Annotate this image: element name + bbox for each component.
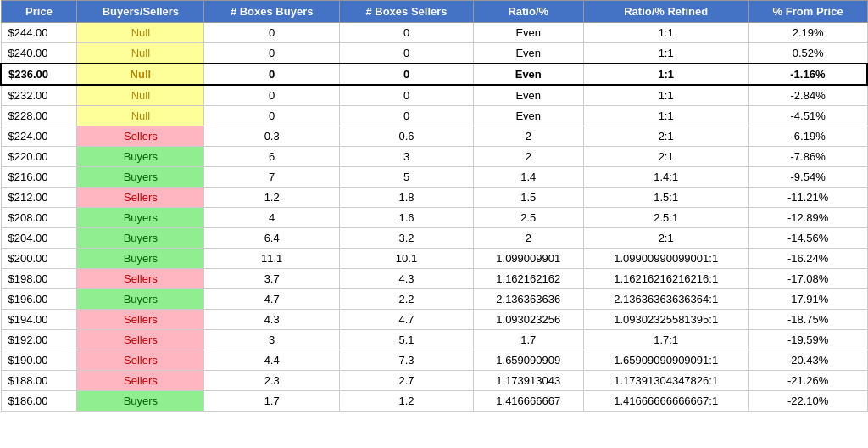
cell-ratio: 2 — [473, 147, 583, 167]
cell-box-sellers: 0 — [340, 106, 474, 126]
header-row: PriceBuyers/Sellers# Boxes Buyers# Boxes… — [1, 1, 867, 23]
cell-from-price: -12.89% — [748, 208, 867, 228]
cell-box-buyers: 4 — [204, 208, 340, 228]
cell-ratio: 1.659090909 — [473, 350, 583, 371]
cell-buyers-sellers: Sellers — [77, 310, 204, 330]
cell-price: $244.00 — [1, 23, 77, 43]
cell-from-price: -18.75% — [748, 310, 867, 330]
cell-ratio-refined: 1.4:1 — [583, 167, 748, 188]
cell-from-price: -4.51% — [748, 106, 867, 126]
main-container: PriceBuyers/Sellers# Boxes Buyers# Boxes… — [0, 0, 868, 412]
cell-box-sellers: 0 — [340, 64, 474, 85]
cell-from-price: -20.43% — [748, 350, 867, 371]
cell-ratio-refined: 1.7:1 — [583, 330, 748, 350]
cell-buyers-sellers: Buyers — [77, 228, 204, 249]
table-row: $194.00Sellers4.34.71.0930232561.0930232… — [1, 310, 867, 330]
cell-price: $232.00 — [1, 85, 77, 106]
cell-box-sellers: 4.3 — [340, 269, 474, 289]
cell-from-price: -11.21% — [748, 188, 867, 208]
col-header-6: % From Price — [748, 1, 867, 23]
col-header-4: Ratio/% — [473, 1, 583, 23]
cell-box-sellers: 2.7 — [340, 371, 474, 391]
col-header-2: # Boxes Buyers — [204, 1, 340, 23]
cell-price: $220.00 — [1, 147, 77, 167]
cell-box-buyers: 0 — [204, 106, 340, 126]
table-row: $236.00Null00Even1:1-1.16% — [1, 64, 867, 85]
cell-box-buyers: 0 — [204, 85, 340, 106]
cell-ratio: 1.5 — [473, 188, 583, 208]
cell-from-price: -2.84% — [748, 85, 867, 106]
table-row: $244.00Null00Even1:12.19% — [1, 23, 867, 43]
cell-ratio: 1.162162162 — [473, 269, 583, 289]
cell-ratio-refined: 1:1 — [583, 64, 748, 85]
cell-ratio-refined: 1.17391304347826:1 — [583, 371, 748, 391]
cell-from-price: -17.08% — [748, 269, 867, 289]
cell-ratio: 2 — [473, 228, 583, 249]
table-row: $208.00Buyers41.62.52.5:1-12.89% — [1, 208, 867, 228]
cell-buyers-sellers: Buyers — [77, 249, 204, 269]
cell-buyers-sellers: Buyers — [77, 289, 204, 310]
table-row: $186.00Buyers1.71.21.4166666671.41666666… — [1, 391, 867, 412]
cell-price: $188.00 — [1, 371, 77, 391]
cell-from-price: -17.91% — [748, 289, 867, 310]
cell-box-sellers: 7.3 — [340, 350, 474, 371]
cell-ratio-refined: 2.13636363636364:1 — [583, 289, 748, 310]
cell-box-sellers: 10.1 — [340, 249, 474, 269]
cell-ratio: 1.416666667 — [473, 391, 583, 412]
cell-box-buyers: 4.7 — [204, 289, 340, 310]
cell-box-sellers: 0 — [340, 43, 474, 64]
cell-box-buyers: 3 — [204, 330, 340, 350]
cell-price: $224.00 — [1, 126, 77, 147]
cell-box-buyers: 6.4 — [204, 228, 340, 249]
cell-price: $200.00 — [1, 249, 77, 269]
cell-price: $212.00 — [1, 188, 77, 208]
cell-ratio: 1.4 — [473, 167, 583, 188]
cell-buyers-sellers: Sellers — [77, 188, 204, 208]
cell-box-sellers: 4.7 — [340, 310, 474, 330]
cell-price: $204.00 — [1, 228, 77, 249]
cell-box-sellers: 2.2 — [340, 289, 474, 310]
cell-box-buyers: 0 — [204, 43, 340, 64]
cell-ratio-refined: 1.09302325581395:1 — [583, 310, 748, 330]
cell-from-price: -6.19% — [748, 126, 867, 147]
cell-buyers-sellers: Buyers — [77, 208, 204, 228]
cell-price: $236.00 — [1, 64, 77, 85]
cell-ratio: Even — [473, 64, 583, 85]
cell-ratio-refined: 1.41666666666667:1 — [583, 391, 748, 412]
table-row: $228.00Null00Even1:1-4.51% — [1, 106, 867, 126]
cell-ratio: Even — [473, 85, 583, 106]
table-row: $224.00Sellers0.30.622:1-6.19% — [1, 126, 867, 147]
cell-from-price: -14.56% — [748, 228, 867, 249]
table-row: $204.00Buyers6.43.222:1-14.56% — [1, 228, 867, 249]
col-header-0: Price — [1, 1, 77, 23]
cell-buyers-sellers: Null — [77, 106, 204, 126]
cell-ratio-refined: 2:1 — [583, 228, 748, 249]
cell-ratio-refined: 1.16216216216216:1 — [583, 269, 748, 289]
cell-ratio: Even — [473, 106, 583, 126]
cell-box-buyers: 1.2 — [204, 188, 340, 208]
cell-price: $190.00 — [1, 350, 77, 371]
cell-buyers-sellers: Sellers — [77, 371, 204, 391]
cell-ratio-refined: 2.5:1 — [583, 208, 748, 228]
table-row: $216.00Buyers751.41.4:1-9.54% — [1, 167, 867, 188]
cell-from-price: -7.86% — [748, 147, 867, 167]
cell-buyers-sellers: Null — [77, 23, 204, 43]
cell-from-price: 0.52% — [748, 43, 867, 64]
cell-price: $194.00 — [1, 310, 77, 330]
cell-price: $198.00 — [1, 269, 77, 289]
table-row: $190.00Sellers4.47.31.6590909091.6590909… — [1, 350, 867, 371]
cell-from-price: -19.59% — [748, 330, 867, 350]
cell-box-sellers: 0 — [340, 23, 474, 43]
cell-ratio-refined: 1.09900990099001:1 — [583, 249, 748, 269]
cell-box-buyers: 0 — [204, 23, 340, 43]
cell-box-buyers: 11.1 — [204, 249, 340, 269]
cell-price: $192.00 — [1, 330, 77, 350]
cell-box-buyers: 1.7 — [204, 391, 340, 412]
cell-ratio: 1.7 — [473, 330, 583, 350]
cell-buyers-sellers: Sellers — [77, 350, 204, 371]
cell-from-price: -22.10% — [748, 391, 867, 412]
cell-ratio: Even — [473, 43, 583, 64]
cell-buyers-sellers: Null — [77, 64, 204, 85]
cell-from-price: -21.26% — [748, 371, 867, 391]
cell-buyers-sellers: Buyers — [77, 167, 204, 188]
